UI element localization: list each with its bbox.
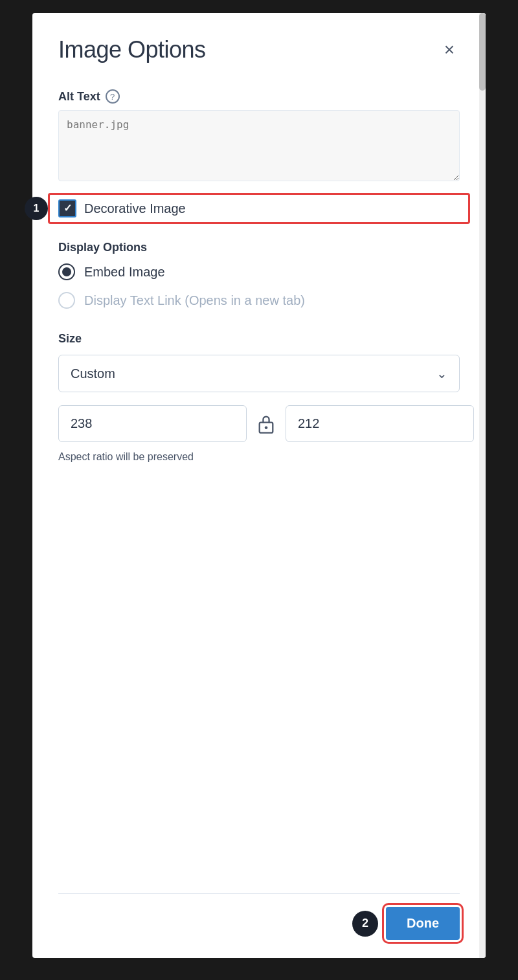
lock-icon [257,414,275,434]
panel-title: Image Options [58,36,206,63]
alt-text-label: Alt Text ? [58,89,460,104]
help-icon[interactable]: ? [106,89,120,104]
decorative-image-row: 1 ✓ Decorative Image [58,199,460,217]
step-1-badge: 1 [25,197,48,220]
panel-footer: 2 Done [58,893,460,958]
page-wrapper: Image Options × Alt Text ? 1 ✓ Decorativ… [0,0,518,980]
lock-icon-wrapper [257,414,275,434]
scrollbar-track[interactable] [479,13,486,958]
done-button[interactable]: Done [386,907,460,940]
size-label: Size [58,332,460,346]
chevron-down-icon: ⌄ [436,366,447,381]
radio-display-text-link[interactable]: Display Text Link (Opens in a new tab) [58,292,460,309]
display-text-link-label: Display Text Link (Opens in a new tab) [84,293,305,308]
display-options-label: Display Options [58,241,460,254]
aspect-ratio-note: Aspect ratio will be preserved [58,451,460,463]
size-dropdown[interactable]: Custom ⌄ [58,355,460,392]
close-button[interactable]: × [439,38,460,61]
radio-embed-image[interactable]: Embed Image [58,263,460,280]
panel-header: Image Options × [58,36,460,63]
scrollbar-thumb[interactable] [479,13,486,91]
radio-embed-inner [62,267,71,276]
radio-group: Embed Image Display Text Link (Opens in … [58,263,460,309]
step-2-badge: 2 [352,911,378,937]
decorative-image-label: Decorative Image [84,201,186,216]
dimensions-row [58,405,460,442]
checkbox-checkmark: ✓ [63,203,72,214]
decorative-image-checkbox[interactable]: ✓ [58,199,76,217]
svg-point-1 [265,426,268,429]
size-dropdown-value: Custom [71,366,115,381]
image-options-panel: Image Options × Alt Text ? 1 ✓ Decorativ… [32,13,486,958]
done-button-wrapper: 2 Done [386,907,460,940]
size-section: Size Custom ⌄ Aspect ratio will be prese… [58,332,460,463]
width-input[interactable] [58,405,247,442]
height-input[interactable] [286,405,474,442]
radio-embed-button[interactable] [58,263,75,280]
display-options-section: Display Options Embed Image Display Text… [58,241,460,309]
embed-image-label: Embed Image [84,265,165,280]
radio-text-link-button[interactable] [58,292,75,309]
alt-text-input[interactable] [58,110,460,181]
